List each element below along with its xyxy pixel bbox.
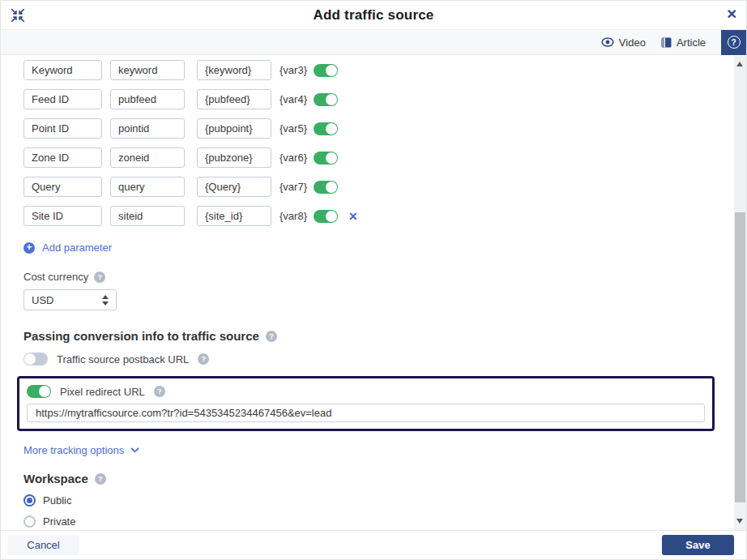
close-icon[interactable]: ✕ (727, 6, 737, 23)
help-button[interactable]: ? (721, 30, 746, 55)
toggle-knob (326, 211, 337, 222)
remove-parameter-icon[interactable]: ✕ (348, 210, 358, 223)
add-parameter-label: Add parameter (42, 242, 112, 254)
radio-icon[interactable] (23, 494, 36, 507)
parameter-label-input[interactable] (23, 60, 102, 80)
workspace-option-label: Private (43, 515, 75, 528)
parameter-row: {var5} (23, 118, 734, 139)
article-doc-icon (661, 37, 672, 48)
conversion-heading-text: Passing conversion info to traffic sourc… (23, 329, 259, 343)
pixel-redirect-label: Pixel redirect URL (60, 386, 145, 398)
parameter-toggle[interactable] (314, 93, 338, 106)
pixel-redirect-help-icon[interactable]: ? (154, 386, 165, 397)
plus-icon: + (23, 242, 35, 254)
save-button[interactable]: Save (662, 535, 734, 555)
more-tracking-options-label: More tracking options (23, 444, 124, 456)
parameter-name-input[interactable] (110, 118, 185, 139)
help-toolbar: Video Article ? (1, 30, 746, 55)
parameter-toggle[interactable] (314, 181, 338, 194)
parameter-var-label: {var8} (280, 210, 310, 222)
toggle-knob (326, 152, 337, 164)
parameter-name-input[interactable] (110, 177, 185, 197)
parameter-row: {var8} ✕ (23, 206, 734, 226)
parameter-toggle[interactable] (314, 210, 338, 223)
scrollbar-thumb[interactable] (735, 212, 745, 502)
parameter-toggle[interactable] (314, 122, 338, 135)
cost-currency-value: USD (32, 294, 53, 306)
parameter-placeholder-input[interactable] (197, 206, 271, 226)
parameter-placeholder-input[interactable] (197, 177, 271, 197)
parameter-name-input[interactable] (110, 147, 185, 168)
pixel-redirect-row: Pixel redirect URL ? (27, 385, 705, 398)
workspace-help-icon[interactable]: ? (95, 473, 106, 485)
scroll-down-icon[interactable] (736, 519, 743, 524)
conversion-help-icon[interactable]: ? (266, 331, 277, 342)
modal-title: Add traffic source (313, 7, 433, 24)
parameter-var-label: {var4} (280, 93, 310, 105)
postback-url-help-icon[interactable]: ? (198, 353, 209, 365)
cost-currency-help-icon[interactable]: ? (94, 271, 105, 283)
cost-currency-label-row: Cost currency ? (23, 271, 734, 283)
parameter-row: {var3} (23, 60, 734, 80)
postback-url-label: Traffic source postback URL (57, 353, 189, 365)
cancel-button[interactable]: Cancel (7, 535, 79, 555)
parameter-placeholder-input[interactable] (197, 147, 271, 168)
postback-url-row: Traffic source postback URL ? (23, 353, 734, 365)
parameter-rows: {var3} {var4} {var5} {var6} (23, 60, 734, 226)
video-link[interactable]: Video (601, 36, 646, 49)
postback-url-toggle[interactable] (23, 353, 48, 365)
modal-titlebar: Add traffic source ✕ (1, 1, 746, 30)
parameter-placeholder-input[interactable] (197, 60, 271, 80)
toggle-knob (326, 182, 337, 193)
modal-footer: Cancel Save (1, 530, 746, 559)
article-link-label: Article (677, 36, 706, 49)
parameter-placeholder-input[interactable] (197, 89, 271, 109)
cost-currency-select[interactable]: USD (23, 289, 117, 310)
parameter-toggle[interactable] (314, 64, 338, 77)
pixel-redirect-section: Pixel redirect URL ? (17, 376, 715, 431)
parameter-toggle[interactable] (314, 152, 338, 165)
radio-icon[interactable] (23, 515, 36, 528)
workspace-radio-row[interactable]: Private (23, 515, 734, 528)
parameter-var-label: {var6} (280, 152, 310, 164)
scroll-up-icon[interactable] (736, 62, 743, 66)
toggle-knob (326, 65, 337, 76)
parameter-row: {var7} (23, 177, 734, 197)
conversion-section-heading: Passing conversion info to traffic sourc… (23, 329, 734, 343)
parameter-label-input[interactable] (23, 118, 102, 139)
spinner-icon (102, 295, 109, 306)
parameter-label-input[interactable] (23, 147, 102, 168)
video-eye-icon (601, 37, 614, 47)
modal-body: {var3} {var4} {var5} {var6} (1, 56, 734, 530)
toggle-knob (326, 123, 337, 135)
parameter-placeholder-input[interactable] (197, 118, 271, 139)
chevron-down-icon (130, 447, 139, 453)
workspace-radio-row[interactable]: Public (23, 494, 734, 507)
workspace-option-label: Public (43, 494, 71, 507)
parameter-var-label: {var7} (280, 181, 310, 193)
vertical-scrollbar[interactable] (734, 56, 746, 530)
add-parameter-link[interactable]: + Add parameter (23, 242, 112, 254)
toggle-knob (326, 94, 337, 105)
help-question-icon: ? (728, 36, 741, 49)
parameter-row: {var4} (23, 89, 734, 109)
cost-currency-label: Cost currency (23, 271, 88, 283)
pixel-redirect-toggle[interactable] (27, 385, 51, 398)
workspace-options: Public Private (23, 494, 734, 528)
parameter-var-label: {var3} (280, 64, 310, 76)
pixel-redirect-url-input[interactable] (27, 404, 705, 422)
parameter-label-input[interactable] (23, 89, 102, 109)
parameter-name-input[interactable] (110, 89, 185, 109)
collapse-icon[interactable] (11, 8, 25, 23)
workspace-heading-text: Workspace (23, 472, 88, 485)
parameter-label-input[interactable] (23, 206, 102, 226)
more-tracking-options-link[interactable]: More tracking options (23, 444, 139, 456)
parameter-row: {var6} (23, 147, 734, 168)
parameter-label-input[interactable] (23, 177, 102, 197)
article-link[interactable]: Article (661, 36, 706, 49)
parameter-name-input[interactable] (110, 60, 185, 80)
parameter-name-input[interactable] (110, 206, 185, 226)
toggle-knob (39, 386, 50, 397)
video-link-label: Video (619, 36, 646, 49)
toggle-knob (24, 353, 36, 365)
